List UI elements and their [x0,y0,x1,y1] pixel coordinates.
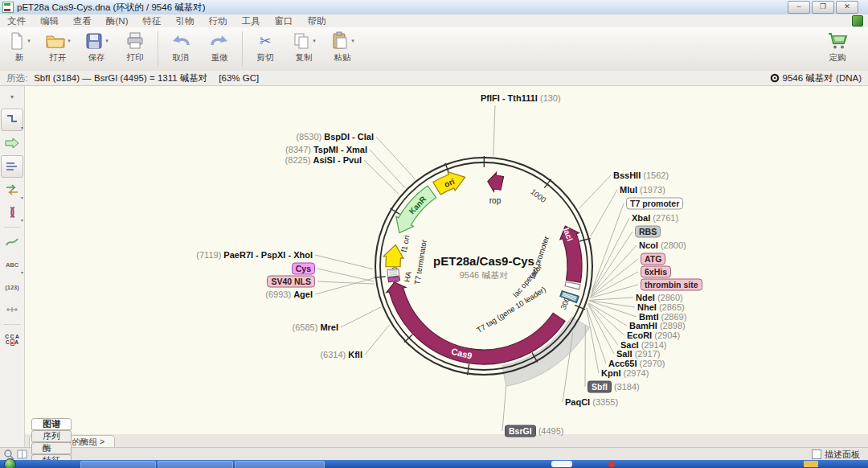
numbers-tool[interactable]: (123) [2,277,23,298]
tab-sequence[interactable]: 序列 [31,430,72,442]
orf-tool[interactable]: ▾ [2,202,23,223]
taskbar-seg-1[interactable] [80,461,156,468]
feature-tag-6xhis[interactable]: 6xHis [641,266,671,278]
feature-tag-cys[interactable]: Cys [292,263,315,275]
enzyme-label-ndei[interactable]: NdeI (2860) [636,293,683,302]
enzyme-label-paer7i-pspxi-xhoi[interactable]: (7119) PaeR7I - PspXI - XhoI [196,250,313,260]
taskbar-orb-0[interactable] [4,458,16,468]
enzyme-label-asisi-pvui[interactable]: (8225) AsiSI - PvuI [285,155,362,165]
taskbar-seg-2[interactable] [158,461,233,468]
enzyme-label-kfli[interactable]: (6314) KflI [320,350,362,359]
menu-file[interactable]: 文件 [0,15,33,27]
windows-taskbar[interactable] [0,460,868,468]
enzyme-label-paqci[interactable]: PaqCI (3355) [565,397,618,407]
save-button[interactable]: ▾保存 [77,27,116,64]
codon-tool[interactable]: C C AC ■ A [2,329,23,350]
order-button[interactable]: 定购 [818,27,857,64]
menu-bar: 文件编辑查看酶(N)特征引物行动工具窗口帮助 [0,14,868,28]
redo-icon [209,31,230,51]
new-icon: ▾ [8,31,31,51]
open-button[interactable]: ▾打开 [39,27,77,64]
abc-tool[interactable]: ABC▾ [2,254,23,275]
enzyme-label-ecori[interactable]: EcoRI (2904) [627,330,680,340]
toolbar-separator [242,31,243,67]
enzyme-label-bsrgi-selected[interactable]: BsrGI (4495) [505,425,563,437]
paste-label: 粘贴 [334,52,351,64]
squiggle-tool[interactable] [2,232,23,252]
print-button[interactable]: 打印 [116,27,154,64]
paste-icon: ▾ [330,31,354,51]
map-canvas[interactable] [24,85,868,434]
tab-map[interactable]: 图谱 [31,418,72,430]
sequence-length: 9546 碱基对 (DNA) [783,72,862,84]
taskbar-seg-3[interactable] [235,461,325,468]
enzyme-label-mlui[interactable]: MluI (1973) [620,185,665,195]
enzyme-label-nhei[interactable]: NheI (2865) [637,302,685,312]
menu-edit[interactable]: 编辑 [33,15,66,27]
menu-tools[interactable]: 工具 [234,15,267,27]
enzyme-tool-tool[interactable]: ▾ [1,109,23,131]
enzyme-label-xbai[interactable]: XbaI (2761) [632,213,678,223]
app-icon [2,2,14,13]
enzyme-label-bamhi[interactable]: BamHI (2898) [629,321,686,330]
sequence-info: 9546 碱基对 (DNA) [770,72,862,84]
redo-button[interactable]: 重做 [200,27,239,64]
view-tools [0,449,31,460]
split-view-icon[interactable] [17,449,28,460]
menu-window[interactable]: 窗口 [267,15,300,27]
enzyme-label-sali[interactable]: SalI (2917) [616,349,660,359]
translate-tool[interactable]: ▾ [2,179,23,200]
taskbar-dot-5[interactable] [608,461,615,467]
enzyme-label-mrei[interactable]: (6585) MreI [293,322,338,332]
cut-button[interactable]: ✂剪切 [246,27,285,64]
enzyme-label-acc65i[interactable]: Acc65I (2970) [608,359,665,368]
enzyme-label-agei[interactable]: (6993) AgeI [265,289,313,299]
description-panel-toggle: 描述面板 [812,449,860,461]
paste-button[interactable]: ▾粘贴 [323,27,362,64]
menu-view[interactable]: 查看 [66,15,99,27]
new-button[interactable]: ▾新 [0,27,39,64]
feature-tag-atg[interactable]: ATG [641,253,665,265]
tab-enzymes[interactable]: 酶 [31,442,72,454]
feature-tag-t7-promoter[interactable]: T7 promoter [626,198,683,210]
open-label: 打开 [50,52,67,64]
save-icon: ▾ [84,31,108,51]
feature-tag-sv40-nls[interactable]: SV40 NLS [267,276,315,288]
enzyme-label-sbfi-selected[interactable]: SbfI (3184) [588,381,640,393]
feature-arrow-tool[interactable] [2,133,23,154]
feature-tag-rbs[interactable]: RBS [635,226,661,238]
menu-primers[interactable]: 引物 [168,15,201,27]
toolbar-separator [158,31,158,67]
cut-label: 剪切 [257,52,274,64]
enzyme-set-strip: < 未保存的酶组 > [24,434,868,447]
menu-features[interactable]: 特征 [135,15,168,27]
selection-status-bar: 所选: SbfI (3184) — BsrGI (4495) = 1311 碱基… [0,71,868,86]
flyout-tool[interactable]: ▾ [2,86,23,107]
minimize-button[interactable]: – [788,1,810,14]
enzyme-label-pflfi-tth111i[interactable]: PflFI - Tth111I (130) [481,93,561,103]
undo-button[interactable]: 取消 [162,27,200,64]
menu-enzymes[interactable]: 酶(N) [99,15,135,27]
enzyme-label-ncoi[interactable]: NcoI (2800) [639,240,686,250]
enzyme-label-tspmi-xmai[interactable]: (8347) TspMI - XmaI [285,145,367,154]
copy-button[interactable]: ▾复制 [285,27,323,64]
window-controls: – ❐ ✕ [788,1,868,14]
maximize-button[interactable]: ❐ [812,1,834,14]
close-button[interactable]: ✕ [836,1,858,14]
menu-actions[interactable]: 行动 [201,15,234,27]
open-icon: ▾ [45,31,71,51]
taskbar-chip-6[interactable] [804,461,818,467]
enzyme-label-bsshii[interactable]: BssHII (1562) [613,170,669,180]
selection-gc: [63% GC] [219,73,259,83]
toolbar: ▾新▾打开▾保存打印取消重做✂剪切▾复制▾粘贴定购 [0,27,868,72]
menu-help[interactable]: 帮助 [300,15,333,27]
feature-tag-thrombin-site[interactable]: thrombin site [641,279,702,291]
copy-icon: ▾ [292,31,316,51]
primer-tool-tool[interactable] [1,155,23,178]
ruler-tool[interactable] [2,299,23,320]
enzyme-label-kpni[interactable]: KpnI (2974) [601,368,649,378]
cut-icon: ✂ [259,31,271,51]
taskbar-pill-4[interactable] [551,461,572,467]
enzyme-label-bspdi-clai[interactable]: (8530) BspDI - ClaI [296,132,374,142]
description-panel-checkbox[interactable] [812,450,821,459]
